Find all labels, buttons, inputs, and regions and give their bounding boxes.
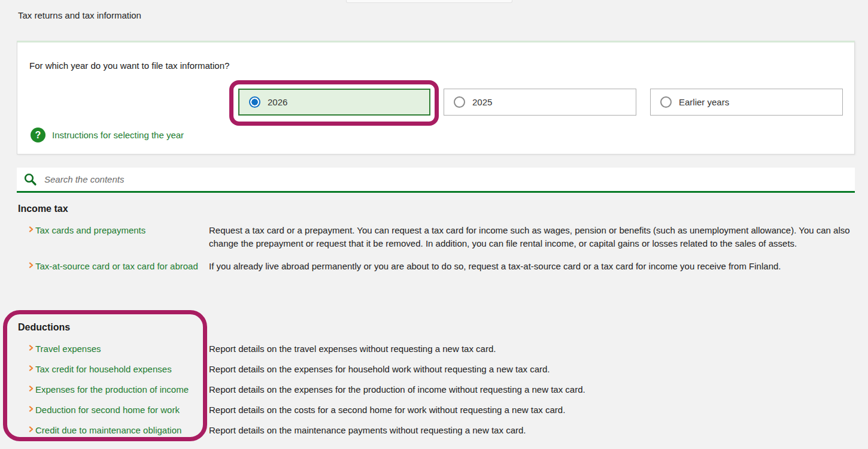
item-link[interactable]: Tax credit for household expenses <box>35 363 209 376</box>
section-income-tax: Income tax Tax cards and prepayments Req… <box>18 202 855 283</box>
year-option-2026[interactable]: 2026 <box>238 89 430 116</box>
instructions-link[interactable]: Instructions for selecting the year <box>52 130 184 140</box>
radio-checked-icon[interactable] <box>249 96 260 108</box>
chevron-right-icon <box>27 424 35 432</box>
item-description: Report details on the expenses for house… <box>209 363 855 376</box>
item-link[interactable]: Deduction for second home for work <box>35 404 209 417</box>
scrolled-off-element-edge <box>346 0 512 3</box>
item-description: Report details on the maintenance paymen… <box>209 424 855 437</box>
item-description: Report details on the expenses for the p… <box>209 383 855 396</box>
search-icon <box>23 172 37 186</box>
list-item: Deduction for second home for work Repor… <box>18 404 855 417</box>
item-link[interactable]: Expenses for the production of income <box>35 383 209 396</box>
item-link[interactable]: Tax cards and prepayments <box>35 224 209 237</box>
item-description: Report details on the costs for a second… <box>209 404 855 417</box>
item-description: If you already live abroad permanently o… <box>209 260 855 273</box>
item-description: Report details on the travel expenses wi… <box>209 342 855 356</box>
list-item: Travel expenses Report details on the tr… <box>18 342 855 356</box>
item-description: Request a tax card or a prepayment. You … <box>209 224 855 250</box>
list-item: Expenses for the production of income Re… <box>18 383 855 396</box>
list-item: Tax-at-source card or tax card for abroa… <box>18 260 855 273</box>
chevron-right-icon <box>27 342 35 351</box>
item-link[interactable]: Travel expenses <box>35 342 209 356</box>
year-option-label: 2025 <box>472 97 492 107</box>
search-bar <box>17 168 855 193</box>
chevron-right-icon <box>27 260 35 268</box>
year-option-label: Earlier years <box>679 97 729 107</box>
year-help-row: ? Instructions for selecting the year <box>31 128 184 142</box>
chevron-right-icon <box>27 224 35 232</box>
section-deductions: Deductions Travel expenses Report detail… <box>18 321 855 444</box>
chevron-right-icon <box>27 404 35 412</box>
radio-unchecked-icon[interactable] <box>660 96 672 108</box>
list-item: Tax credit for household expenses Report… <box>18 363 855 376</box>
year-option-label: 2026 <box>268 97 287 107</box>
item-link[interactable]: Credit due to maintenance obligation <box>35 424 209 437</box>
page-title: Tax returns and tax information <box>18 10 141 20</box>
item-link[interactable]: Tax-at-source card or tax card for abroa… <box>35 260 209 273</box>
radio-unchecked-icon[interactable] <box>454 96 465 108</box>
chevron-right-icon <box>27 363 35 371</box>
year-option-earlier-years[interactable]: Earlier years <box>650 89 843 116</box>
section-heading: Income tax <box>18 202 855 216</box>
year-selection-panel: For which year do you want to file tax i… <box>17 41 855 154</box>
list-item: Credit due to maintenance obligation Rep… <box>18 424 855 437</box>
chevron-right-icon <box>27 383 35 392</box>
year-option-2025[interactable]: 2025 <box>444 89 636 116</box>
section-heading: Deductions <box>18 321 855 334</box>
question-mark-icon[interactable]: ? <box>31 128 45 142</box>
list-item: Tax cards and prepayments Request a tax … <box>18 224 855 250</box>
search-input[interactable] <box>44 168 855 191</box>
year-question: For which year do you want to file tax i… <box>29 60 229 71</box>
